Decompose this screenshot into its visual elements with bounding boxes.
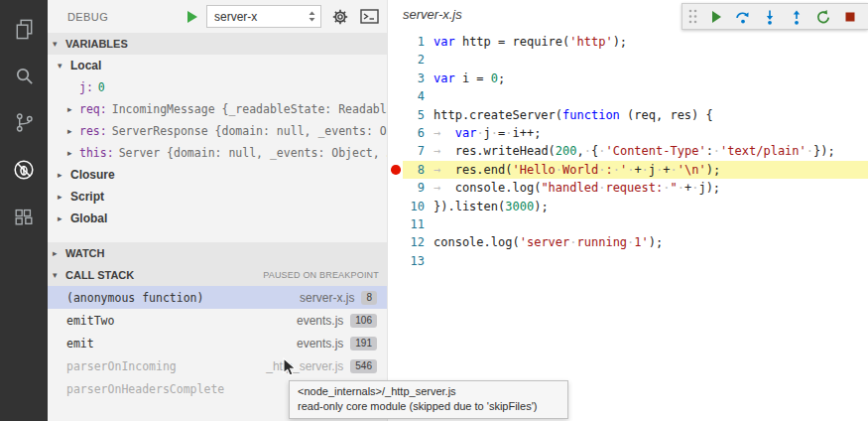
- variable-value: ServerResponse {domain: null, _events: O…: [112, 124, 387, 138]
- tooltip-path: <node_internals>/_http_server.js: [298, 384, 559, 399]
- scope-global[interactable]: ▸Global: [48, 208, 387, 229]
- search-icon: [13, 65, 36, 87]
- git-branch-icon: [13, 111, 36, 134]
- variable-req[interactable]: ▸req:IncomingMessage {_readableState: Re…: [48, 98, 387, 120]
- scope-label: Script: [70, 190, 104, 204]
- breakpoint-gutter[interactable]: [388, 51, 403, 69]
- activity-source-control[interactable]: [0, 99, 48, 146]
- code-line-inner: 2: [403, 51, 868, 69]
- code-text[interactable]: http.createServer(function (req, res) {: [425, 106, 713, 124]
- debug-sidebar: DEBUG server-x: [48, 0, 387, 421]
- code-text[interactable]: [425, 252, 434, 270]
- variable-res[interactable]: ▸res:ServerResponse {domain: null, _even…: [48, 120, 387, 142]
- continue-button[interactable]: [708, 9, 724, 25]
- breakpoint-gutter[interactable]: [388, 70, 403, 87]
- step-over-button[interactable]: [735, 9, 751, 25]
- scope-script[interactable]: ▸Script: [48, 186, 387, 208]
- code-text[interactable]: → console.log("handled·request:·"·+·j);: [425, 179, 720, 197]
- code-text[interactable]: → var·j·=·i++;: [425, 124, 541, 142]
- sidebar-spacer: [48, 229, 387, 242]
- code-line-inner: 5http.createServer(function (req, res) {: [403, 106, 868, 124]
- debug-console-icon: [360, 9, 379, 24]
- code-line-13: 13: [388, 252, 868, 270]
- breakpoint-gutter[interactable]: [388, 142, 403, 160]
- code-line-12: 12console.log('server·running·1');: [388, 233, 868, 251]
- breakpoint-gutter[interactable]: [388, 179, 403, 197]
- code-line-10: 10}).listen(3000);: [388, 198, 868, 215]
- toolbar-drag-handle[interactable]: [688, 8, 697, 25]
- restart-button[interactable]: [815, 9, 831, 25]
- variables-section-header[interactable]: ▾ VARIABLES: [48, 33, 387, 55]
- chevron-right-icon: ▸: [58, 192, 67, 202]
- line-number: 9: [403, 179, 425, 197]
- code-text[interactable]: → res.writeHead(200,·{·'Content-Type':·'…: [425, 142, 835, 160]
- paused-status-badge: PAUSED ON BREAKPOINT: [263, 270, 379, 280]
- code-text[interactable]: [425, 51, 434, 69]
- code-text[interactable]: console.log('server·running·1');: [425, 233, 663, 251]
- debug-header: DEBUG server-x: [48, 0, 387, 33]
- code-line-inner: 4: [403, 87, 868, 105]
- step-into-button[interactable]: [762, 9, 778, 25]
- code-text[interactable]: → res.end('Hello·World·:·'·+·j·+·'\n');: [425, 161, 720, 179]
- frame-line-badge: 8: [361, 291, 377, 305]
- chevron-right-icon[interactable]: ▸: [67, 148, 79, 158]
- chevron-right-icon[interactable]: ▸: [67, 104, 79, 114]
- activity-extensions[interactable]: [0, 193, 48, 239]
- stop-icon: [842, 9, 858, 25]
- stack-frame-0[interactable]: (anonymous function)server-x.js8: [48, 286, 387, 309]
- activity-explorer[interactable]: [0, 6, 48, 53]
- code-line-6: 6→ var·j·=·i++;: [388, 124, 868, 142]
- frame-line-badge: 546: [350, 359, 377, 373]
- stack-frame-3[interactable]: parserOnIncoming_http_server.js546: [48, 354, 387, 377]
- variable-name: this:: [79, 146, 114, 160]
- frame-file: events.js: [297, 314, 343, 328]
- breakpoint-gutter[interactable]: [388, 106, 403, 124]
- variable-name: req:: [79, 102, 107, 116]
- breakpoint-gutter[interactable]: [388, 233, 403, 251]
- chevron-right-icon: ▸: [58, 213, 67, 223]
- breakpoint-gutter[interactable]: [388, 252, 403, 270]
- code-line-inner: 13: [403, 252, 868, 270]
- extensions-icon: [13, 206, 35, 227]
- gear-icon: [332, 9, 348, 25]
- code-text[interactable]: [425, 87, 434, 105]
- code-area: 1var http = require('http');23var i = 0;…: [388, 33, 868, 270]
- variable-name: res:: [79, 124, 107, 138]
- breakpoint-gutter[interactable]: [388, 124, 403, 142]
- variable-j[interactable]: j:0: [48, 76, 387, 98]
- stack-frame-2[interactable]: emitevents.js191: [48, 332, 387, 354]
- chevron-right-icon[interactable]: ▸: [67, 126, 79, 136]
- activity-search[interactable]: [0, 53, 48, 99]
- frame-file: _http_server.js: [266, 359, 343, 373]
- continue-icon: [708, 9, 724, 25]
- scope-closure[interactable]: ▸Closure: [48, 164, 387, 186]
- variable-this[interactable]: ▸this:Server {domain: null, _events: Obj…: [48, 142, 387, 164]
- start-debugging-button[interactable]: [187, 11, 197, 23]
- code-line-11: 11: [388, 215, 868, 233]
- watch-section-header[interactable]: ▸ WATCH: [48, 242, 387, 264]
- step-out-button[interactable]: [789, 9, 805, 25]
- launch-config-dropdown[interactable]: server-x: [206, 5, 321, 28]
- breakpoint-gutter[interactable]: [388, 87, 403, 105]
- call-stack-section-header[interactable]: ▾ CALL STACK PAUSED ON BREAKPOINT: [48, 264, 387, 286]
- code-text[interactable]: [425, 215, 434, 233]
- watch-section-label: WATCH: [65, 247, 105, 259]
- variables-section-label: VARIABLES: [65, 38, 128, 50]
- breakpoint-gutter[interactable]: [388, 198, 403, 215]
- code-text[interactable]: var http = require('http');: [425, 33, 627, 51]
- open-debug-console-button[interactable]: [359, 7, 379, 27]
- breakpoint-gutter[interactable]: [388, 33, 403, 51]
- editor-filename: server-x.js: [403, 7, 462, 22]
- activity-debug[interactable]: [0, 146, 48, 193]
- vscode-window: DEBUG server-x: [0, 0, 868, 421]
- line-number: 10: [403, 198, 425, 215]
- breakpoint-gutter[interactable]: [388, 161, 403, 179]
- scope-local[interactable]: ▾Local: [48, 55, 387, 76]
- code-text[interactable]: }).listen(3000);: [425, 198, 549, 215]
- configure-launch-button[interactable]: [330, 7, 350, 27]
- stop-button[interactable]: [842, 9, 858, 25]
- code-text[interactable]: var i = 0;: [425, 70, 505, 87]
- activity-bar: [0, 0, 48, 421]
- breakpoint-gutter[interactable]: [388, 215, 403, 233]
- stack-frame-1[interactable]: emitTwoevents.js106: [48, 309, 387, 332]
